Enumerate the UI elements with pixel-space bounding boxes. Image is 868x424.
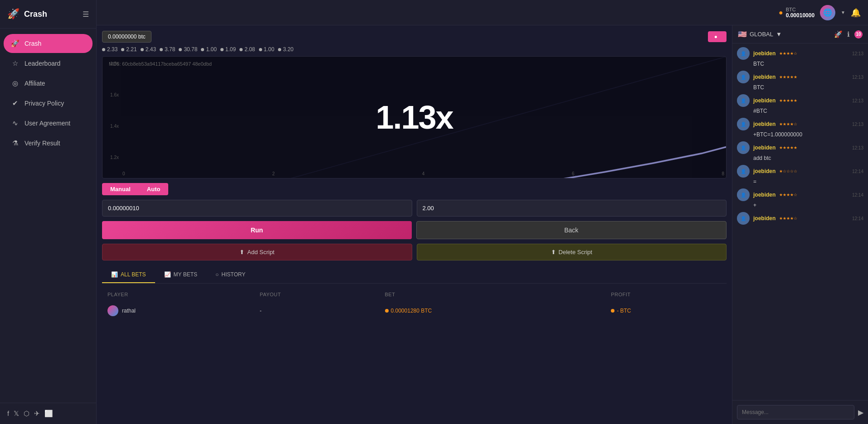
msg-user-1[interactable]: joebiden (753, 74, 775, 80)
hamburger-menu[interactable]: ☰ (83, 10, 89, 19)
profit-value: - BTC (617, 308, 631, 314)
hist-item-5[interactable]: 1.00 (201, 46, 216, 53)
global-label: GLOBAL (750, 31, 773, 38)
chat-global-selector[interactable]: 🇺🇸 GLOBAL ▼ (738, 30, 782, 39)
user-avatar[interactable]: 🌐 (820, 5, 835, 20)
btc-balance: ● BTC 0.00010000 (779, 7, 814, 19)
bet-cell: 0.00001280 BTC (380, 301, 606, 321)
bet-amount-input[interactable] (102, 200, 412, 217)
hist-item-7[interactable]: 2.08 (239, 46, 255, 53)
msg-stars-6: ★★★★☆ (779, 193, 797, 197)
game-chart: MD5: 60cb8eb53a94117bceba65497 48e0dbd 1… (102, 56, 727, 178)
bets-tabs: 📊 ALL BETS 📈 MY BETS ○ HISTORY (102, 267, 727, 284)
chat-info-icon[interactable]: ℹ (847, 30, 850, 39)
sidebar-item-verify[interactable]: ⚗ Verify Result (4, 134, 93, 153)
facebook-link[interactable]: f (7, 410, 9, 418)
msg-user-5[interactable]: joebiden (753, 168, 775, 174)
hist-item-8[interactable]: 1.00 (259, 46, 274, 53)
msg-time-2: 12:13 (852, 98, 863, 103)
auto-tab[interactable]: Auto (139, 183, 169, 195)
sidebar-item-crash[interactable]: 🚀 Crash (4, 34, 93, 53)
sidebar-item-affiliate[interactable]: ◎ Affiliate (4, 74, 93, 93)
col-profit: PROFIT (605, 288, 727, 301)
tab-all-bets[interactable]: 📊 ALL BETS (102, 267, 155, 283)
btc-display-badge: 0.00000000 btc (102, 31, 151, 43)
twitter-link[interactable]: 𝕏 (14, 410, 19, 418)
bet-actions: Run Back (102, 221, 727, 239)
hist-item-1[interactable]: 2.21 (121, 46, 137, 53)
chat-message-0: 👤 joebiden ★★★★☆ 12:13 BTC (737, 47, 863, 67)
telegram-link[interactable]: ✈ (34, 410, 40, 418)
col-bet: BET (380, 288, 606, 301)
help-dot: ● (714, 34, 717, 40)
manual-tab[interactable]: Manual (102, 183, 139, 195)
bet-inputs (102, 200, 727, 217)
hist-item-9[interactable]: 3.20 (278, 46, 293, 53)
msg-avatar-4: 👤 (737, 141, 750, 154)
sidebar-label-privacy: Privacy Policy (24, 100, 64, 107)
hist-item-3[interactable]: 3.78 (160, 46, 175, 53)
chat-message-4: 👤 joebiden ★★★★★ 12:13 add btc (737, 141, 863, 161)
msg-text-4: add btc (737, 155, 863, 161)
msg-avatar-3: 👤 (737, 118, 750, 130)
tab-history[interactable]: ○ HISTORY (206, 267, 254, 283)
chat-message-7: 👤 joebiden ★★★★☆ 12:14 (737, 212, 863, 226)
tab-my-bets[interactable]: 📈 MY BETS (155, 267, 206, 283)
avatar-chevron-icon[interactable]: ▼ (841, 10, 845, 15)
history-icon: ○ (215, 271, 219, 278)
hist-item-6[interactable]: 1.09 (220, 46, 236, 53)
payout-at-input[interactable] (417, 200, 727, 217)
notification-bell-icon[interactable]: 🔔 (851, 8, 861, 18)
msg-avatar-7: 👤 (737, 212, 750, 225)
msg-user-7[interactable]: joebiden (753, 215, 775, 222)
add-script-button[interactable]: ⬆ Add Script (102, 244, 412, 260)
chat-message-input[interactable] (737, 405, 854, 419)
msg-time-7: 12:14 (852, 216, 863, 221)
player-cell: rathal (102, 301, 254, 321)
y-label-3: 1.4x (110, 124, 119, 129)
hist-item-2[interactable]: 2.43 (141, 46, 156, 53)
add-script-icon: ⬆ (239, 249, 244, 255)
msg-user-2[interactable]: joebiden (753, 97, 775, 104)
msg-avatar-5: 👤 (737, 165, 750, 178)
msg-user-4[interactable]: joebiden (753, 145, 775, 151)
medium-link[interactable]: ⬜ (44, 410, 53, 418)
discord-link[interactable]: ⬡ (24, 410, 29, 418)
chart-line-svg (121, 57, 726, 178)
x-label-0: 0 (122, 171, 125, 176)
back-button[interactable]: Back (416, 221, 727, 239)
run-button[interactable]: Run (102, 221, 412, 239)
chat-send-button[interactable]: ▶ (858, 408, 863, 417)
bets-table: PLAYER PAYOUT BET PROFIT rathal - (102, 288, 727, 321)
main-content: 0.00000000 btc ● 2.33 2.21 2.43 3.78 30.… (97, 25, 732, 424)
multiplier-history: 2.33 2.21 2.43 3.78 30.78 1.00 1.09 2.08… (102, 43, 727, 56)
bet-btc-dot (385, 309, 389, 313)
msg-user-0[interactable]: joebiden (753, 50, 775, 57)
chat-message-1: 👤 joebiden ★★★★★ 12:13 BTC (737, 71, 863, 91)
hist-item-0[interactable]: 2.33 (102, 46, 117, 53)
delete-script-button[interactable]: ⬆ Delete Script (417, 244, 727, 260)
sidebar-item-privacy[interactable]: ✔ Privacy Policy (4, 94, 93, 113)
msg-stars-3: ★★★★☆ (779, 122, 797, 126)
help-button[interactable]: ● (708, 31, 727, 42)
msg-text-0: BTC (737, 61, 863, 67)
hist-item-4[interactable]: 30.78 (179, 46, 197, 53)
all-bets-icon: 📊 (111, 271, 118, 278)
sidebar-item-leaderboard[interactable]: ☆ Leaderboard (4, 54, 93, 73)
y-label-1: 1.8x (110, 61, 119, 66)
chat-rocket-icon[interactable]: 🚀 (834, 30, 843, 39)
chat-header: 🇺🇸 GLOBAL ▼ 🚀 ℹ 10 (732, 25, 868, 43)
payout-cell: - (254, 301, 380, 321)
msg-stars-5: ★☆☆☆☆ (779, 169, 797, 173)
msg-time-6: 12:14 (852, 193, 863, 198)
user-agreement-icon: ∿ (11, 119, 19, 127)
msg-time-3: 12:13 (852, 122, 863, 127)
game-header: 0.00000000 btc ● (102, 31, 727, 43)
logo-icon: 🚀 (7, 8, 20, 20)
msg-time-0: 12:13 (852, 51, 863, 56)
sidebar-item-user-agreement[interactable]: ∿ User Agreement (4, 114, 93, 133)
msg-user-6[interactable]: joebiden (753, 192, 775, 198)
bet-mode-tabs: Manual Auto (102, 183, 727, 195)
msg-user-3[interactable]: joebiden (753, 121, 775, 127)
sidebar-label-affiliate: Affiliate (24, 80, 45, 87)
